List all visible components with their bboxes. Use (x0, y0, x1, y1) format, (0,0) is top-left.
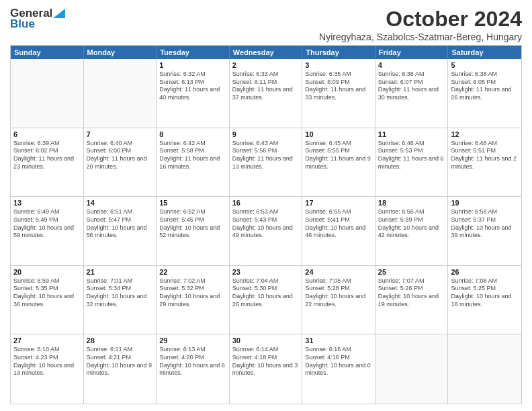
day-number: 21 (87, 268, 154, 276)
weekday-header: Sunday (11, 46, 84, 59)
cell-info: Sunrise: 6:11 AMSunset: 4:21 PMDaylight:… (87, 346, 154, 377)
cell-info: Sunrise: 6:45 AMSunset: 5:55 PMDaylight:… (305, 140, 372, 171)
cell-info: Sunrise: 6:40 AMSunset: 6:00 PMDaylight:… (87, 140, 154, 171)
day-number: 19 (451, 199, 519, 207)
day-number: 17 (305, 199, 372, 207)
day-number: 15 (159, 199, 226, 207)
day-number: 12 (451, 130, 519, 138)
cell-info: Sunrise: 6:35 AMSunset: 6:09 PMDaylight:… (305, 71, 372, 102)
day-number: 11 (378, 130, 445, 138)
calendar-week: 1Sunrise: 6:32 AMSunset: 6:13 PMDaylight… (11, 59, 521, 128)
day-number: 8 (159, 130, 226, 138)
cell-info: Sunrise: 6:14 AMSunset: 4:18 PMDaylight:… (232, 346, 300, 377)
day-number: 30 (232, 336, 300, 345)
calendar-cell: 11Sunrise: 6:46 AMSunset: 5:53 PMDayligh… (375, 128, 449, 197)
calendar-week: 20Sunrise: 6:59 AMSunset: 5:35 PMDayligh… (11, 266, 521, 335)
calendar-cell: 15Sunrise: 6:52 AMSunset: 5:45 PMDayligh… (157, 197, 230, 265)
weekday-header: Saturday (448, 46, 521, 59)
calendar-cell: 5Sunrise: 6:38 AMSunset: 6:05 PMDaylight… (448, 59, 521, 128)
calendar-cell: 17Sunrise: 6:55 AMSunset: 5:41 PMDayligh… (302, 197, 375, 265)
calendar-cell: 12Sunrise: 6:48 AMSunset: 5:51 PMDayligh… (448, 128, 521, 197)
cell-info: Sunrise: 6:10 AMSunset: 4:23 PMDaylight:… (13, 346, 81, 377)
cell-info: Sunrise: 7:02 AMSunset: 5:32 PMDaylight:… (159, 277, 226, 309)
day-number: 23 (232, 268, 300, 276)
calendar-cell (375, 334, 449, 404)
cell-info: Sunrise: 6:52 AMSunset: 5:45 PMDaylight:… (159, 208, 226, 240)
cell-info: Sunrise: 6:46 AMSunset: 5:53 PMDaylight:… (378, 140, 445, 171)
weekday-header: Thursday (302, 46, 375, 59)
logo-blue: Blue (10, 17, 35, 31)
calendar-cell: 4Sunrise: 6:36 AMSunset: 6:07 PMDaylight… (375, 59, 449, 128)
calendar-cell: 1Sunrise: 6:32 AMSunset: 6:13 PMDaylight… (157, 59, 230, 128)
calendar-week: 6Sunrise: 6:39 AMSunset: 6:02 PMDaylight… (11, 128, 521, 197)
day-number: 14 (87, 199, 154, 207)
calendar-cell: 24Sunrise: 7:05 AMSunset: 5:28 PMDayligh… (302, 266, 375, 334)
day-number: 25 (378, 268, 445, 276)
calendar-cell: 2Sunrise: 6:33 AMSunset: 6:11 PMDaylight… (230, 59, 303, 128)
cell-info: Sunrise: 6:43 AMSunset: 5:56 PMDaylight:… (232, 140, 300, 171)
day-number: 6 (13, 130, 81, 138)
day-number: 20 (13, 268, 81, 276)
day-number: 5 (451, 61, 519, 69)
calendar-week: 13Sunrise: 6:49 AMSunset: 5:49 PMDayligh… (11, 197, 521, 266)
calendar-cell (11, 59, 84, 128)
day-number: 22 (159, 268, 226, 276)
calendar-cell: 28Sunrise: 6:11 AMSunset: 4:21 PMDayligh… (84, 334, 157, 404)
cell-info: Sunrise: 6:13 AMSunset: 4:20 PMDaylight:… (159, 346, 226, 377)
cell-info: Sunrise: 7:01 AMSunset: 5:34 PMDaylight:… (87, 277, 154, 309)
day-number: 9 (232, 130, 300, 138)
cell-info: Sunrise: 6:39 AMSunset: 6:02 PMDaylight:… (13, 140, 81, 171)
day-number: 28 (87, 336, 154, 345)
calendar-header: SundayMondayTuesdayWednesdayThursdayFrid… (11, 46, 521, 59)
cell-info: Sunrise: 7:05 AMSunset: 5:28 PMDaylight:… (305, 277, 372, 309)
cell-info: Sunrise: 6:56 AMSunset: 5:39 PMDaylight:… (378, 208, 445, 240)
weekday-header: Tuesday (157, 46, 230, 59)
calendar-cell (84, 59, 157, 128)
location: Nyiregyhaza, Szabolcs-Szatmar-Bereg, Hun… (319, 32, 522, 42)
calendar-cell: 27Sunrise: 6:10 AMSunset: 4:23 PMDayligh… (11, 334, 84, 404)
calendar-cell: 13Sunrise: 6:49 AMSunset: 5:49 PMDayligh… (11, 197, 84, 265)
cell-info: Sunrise: 6:55 AMSunset: 5:41 PMDaylight:… (305, 208, 372, 240)
day-number: 26 (451, 268, 519, 276)
calendar-cell: 23Sunrise: 7:04 AMSunset: 5:30 PMDayligh… (230, 266, 303, 334)
calendar-cell: 18Sunrise: 6:56 AMSunset: 5:39 PMDayligh… (375, 197, 449, 265)
calendar-cell (448, 334, 521, 404)
cell-info: Sunrise: 7:04 AMSunset: 5:30 PMDaylight:… (232, 277, 300, 309)
month-title: October 2024 (319, 7, 522, 32)
cell-info: Sunrise: 6:48 AMSunset: 5:51 PMDaylight:… (451, 140, 519, 171)
calendar-cell: 9Sunrise: 6:43 AMSunset: 5:56 PMDaylight… (230, 128, 303, 197)
day-number: 24 (305, 268, 372, 276)
title-section: October 2024 Nyiregyhaza, Szabolcs-Szatm… (319, 7, 522, 42)
day-number: 31 (305, 336, 372, 345)
calendar-cell: 21Sunrise: 7:01 AMSunset: 5:34 PMDayligh… (84, 266, 157, 334)
calendar-cell: 20Sunrise: 6:59 AMSunset: 5:35 PMDayligh… (11, 266, 84, 334)
cell-info: Sunrise: 6:59 AMSunset: 5:35 PMDaylight:… (13, 277, 81, 309)
calendar-cell: 3Sunrise: 6:35 AMSunset: 6:09 PMDaylight… (302, 59, 375, 128)
cell-info: Sunrise: 7:08 AMSunset: 5:25 PMDaylight:… (451, 277, 519, 309)
weekday-header: Wednesday (230, 46, 303, 59)
calendar-week: 27Sunrise: 6:10 AMSunset: 4:23 PMDayligh… (11, 334, 521, 404)
calendar-cell: 14Sunrise: 6:51 AMSunset: 5:47 PMDayligh… (84, 197, 157, 265)
day-number: 29 (159, 336, 226, 345)
day-number: 1 (159, 61, 226, 69)
header: General Blue October 2024 Nyiregyhaza, S… (10, 7, 522, 42)
day-number: 16 (232, 199, 300, 207)
cell-info: Sunrise: 6:38 AMSunset: 6:05 PMDaylight:… (451, 71, 519, 102)
cell-info: Sunrise: 6:49 AMSunset: 5:49 PMDaylight:… (13, 208, 81, 240)
cell-info: Sunrise: 6:42 AMSunset: 5:58 PMDaylight:… (159, 140, 226, 171)
calendar-cell: 26Sunrise: 7:08 AMSunset: 5:25 PMDayligh… (448, 266, 521, 334)
calendar-cell: 29Sunrise: 6:13 AMSunset: 4:20 PMDayligh… (157, 334, 230, 404)
day-number: 13 (13, 199, 81, 207)
calendar-cell: 10Sunrise: 6:45 AMSunset: 5:55 PMDayligh… (302, 128, 375, 197)
day-number: 2 (232, 61, 300, 69)
calendar-cell: 19Sunrise: 6:58 AMSunset: 5:37 PMDayligh… (448, 197, 521, 265)
svg-marker-0 (53, 9, 65, 18)
calendar-cell: 16Sunrise: 6:53 AMSunset: 5:43 PMDayligh… (230, 197, 303, 265)
cell-info: Sunrise: 6:58 AMSunset: 5:37 PMDaylight:… (451, 208, 519, 240)
weekday-header: Friday (375, 46, 449, 59)
page: General Blue October 2024 Nyiregyhaza, S… (0, 0, 532, 411)
cell-info: Sunrise: 6:16 AMSunset: 4:16 PMDaylight:… (305, 346, 372, 377)
calendar-cell: 8Sunrise: 6:42 AMSunset: 5:58 PMDaylight… (157, 128, 230, 197)
calendar-cell: 6Sunrise: 6:39 AMSunset: 6:02 PMDaylight… (11, 128, 84, 197)
calendar-cell: 25Sunrise: 7:07 AMSunset: 5:26 PMDayligh… (375, 266, 449, 334)
